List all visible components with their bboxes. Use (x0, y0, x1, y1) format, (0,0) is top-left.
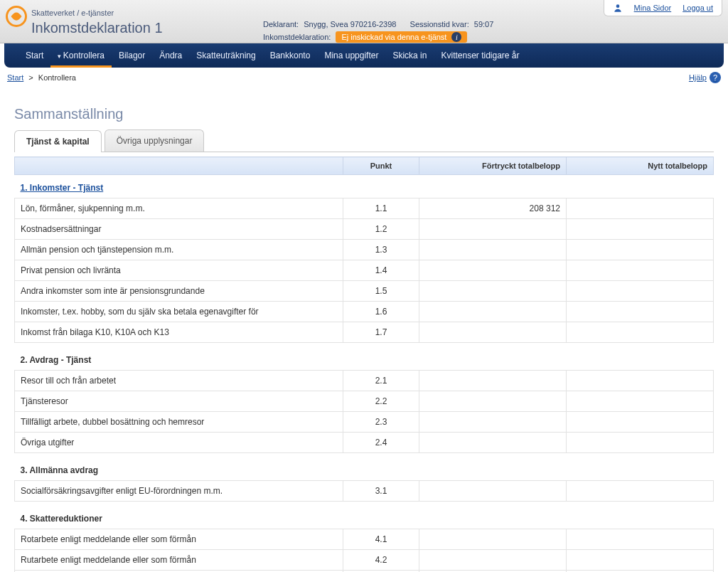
table-header-row: Punkt Förtryckt totalbelopp Nytt totalbe… (15, 157, 714, 175)
col-header-newtotal: Nytt totalbelopp (567, 157, 714, 175)
row-label: Allmän pension och tjänstepension m.m. (15, 240, 343, 260)
breadcrumb-row: Start > Kontrollera Hjälp ? (0, 68, 728, 88)
row-pretotal (419, 371, 567, 391)
submission-info: Inkomstdeklaration: Ej inskickad via den… (263, 31, 467, 43)
row-pretotal (419, 219, 567, 240)
nav-item-kontrollera[interactable]: Kontrollera (50, 43, 112, 68)
row-pretotal (419, 240, 567, 260)
page-title: Sammanställning (14, 106, 714, 122)
breadcrumb: Start > Kontrollera (7, 73, 76, 82)
breadcrumb-current: Kontrollera (38, 73, 76, 82)
submission-status-text: Ej inskickad via denna e-tjänst (341, 33, 446, 41)
table-row: Allmän pension och tjänstepension m.m.1.… (15, 240, 714, 260)
nav-item-skicka-in[interactable]: Skicka in (385, 43, 434, 68)
session-label: Sessionstid kvar: (410, 20, 469, 28)
table-row: Socialförsäkringsavgifter enligt EU-föro… (15, 481, 714, 502)
tab-tj-nst-kapital[interactable]: Tjänst & kapital (14, 130, 102, 152)
declarant-value: Snygg, Svea 970216-2398 (304, 20, 396, 28)
row-pretotal (419, 281, 567, 302)
breadcrumb-start[interactable]: Start (7, 73, 23, 82)
row-pretotal (419, 260, 567, 281)
row-punkt: 1.5 (343, 281, 419, 302)
row-punkt: 1.6 (343, 302, 419, 322)
row-label: Lön, förmåner, sjukpenning m.m. (15, 198, 343, 219)
table-row: Rotarbete enligt meddelande eller som fö… (15, 529, 714, 550)
nav-item-mina-uppgifter[interactable]: Mina uppgifter (317, 43, 385, 68)
section-link[interactable]: 1. Inkomster - Tjänst (21, 183, 104, 193)
row-newtotal (567, 529, 714, 550)
main-nav: StartKontrolleraBilagorÄndraSkatteuträkn… (4, 43, 724, 68)
section-header: 2. Avdrag - Tjänst (15, 343, 714, 371)
section-header: 1. Inkomster - Tjänst (15, 175, 714, 198)
table-row: Övriga utgifter2.4 (15, 433, 714, 453)
row-newtotal (567, 433, 714, 453)
row-label: Resor till och från arbetet (15, 371, 343, 391)
row-punkt: 2.1 (343, 371, 419, 391)
declarant-label: Deklarant: (263, 20, 299, 28)
row-punkt: 2.3 (343, 412, 419, 433)
submission-status-chip: Ej inskickad via denna e-tjänst i (336, 31, 467, 43)
row-pretotal (419, 433, 567, 453)
row-label: Privat pension och livränta (15, 260, 343, 281)
summary-table: Punkt Förtryckt totalbelopp Nytt totalbe… (14, 157, 714, 572)
row-punkt: 1.2 (343, 219, 419, 240)
session-value: 59:07 (474, 20, 494, 28)
row-newtotal (567, 550, 714, 571)
row-newtotal (567, 198, 714, 219)
row-pretotal (419, 550, 567, 571)
help-icon: ? (710, 72, 721, 83)
skatteverket-logo-icon (6, 6, 27, 27)
row-punkt: 2.4 (343, 433, 419, 453)
row-punkt: 1.1 (343, 198, 419, 219)
nav-item-bankkonto[interactable]: Bankkonto (263, 43, 318, 68)
agency-line: Skatteverket / e-tjänster (31, 9, 114, 17)
top-header: Skatteverket / e-tjänster Inkomstdeklara… (0, 0, 728, 43)
breadcrumb-sep: > (28, 73, 33, 82)
table-row: Inkomst från bilaga K10, K10A och K131.7 (15, 322, 714, 343)
col-header-punkt: Punkt (343, 157, 419, 175)
row-newtotal (567, 481, 714, 502)
nav-item-kvittenser-tidigare-år[interactable]: Kvittenser tidigare år (434, 43, 526, 68)
row-label: Tjänsteresor (15, 391, 343, 412)
help-label: Hjälp (689, 73, 707, 82)
row-pretotal (419, 302, 567, 322)
help-link[interactable]: Hjälp ? (689, 72, 721, 83)
table-row: Andra inkomster som inte är pensionsgrun… (15, 281, 714, 302)
row-newtotal (567, 371, 714, 391)
row-punkt: 2.2 (343, 391, 419, 412)
row-punkt: 1.3 (343, 240, 419, 260)
row-label: Inkomster, t.ex. hobby, som du själv ska… (15, 302, 343, 322)
table-row: Tillfälligt arbete, dubbel bosättning oc… (15, 412, 714, 433)
table-row: Inkomster, t.ex. hobby, som du själv ska… (15, 302, 714, 322)
row-newtotal (567, 219, 714, 240)
info-icon[interactable]: i (451, 32, 461, 42)
row-pretotal: 208 312 (419, 198, 567, 219)
row-label: Socialförsäkringsavgifter enligt EU-föro… (15, 481, 343, 502)
table-row: Lön, förmåner, sjukpenning m.m.1.1208 31… (15, 198, 714, 219)
row-label: Övriga utgifter (15, 433, 343, 453)
section-header: 4. Skattereduktioner (15, 502, 714, 529)
row-label: Kostnadsersättningar (15, 219, 343, 240)
mina-sidor-link[interactable]: Mina Sidor (634, 4, 672, 12)
content-area: Sammanställning Tjänst & kapitalÖvriga u… (0, 88, 728, 572)
nav-item-start[interactable]: Start (18, 43, 50, 68)
table-row: Privat pension och livränta1.4 (15, 260, 714, 281)
nav-item-ändra[interactable]: Ändra (152, 43, 189, 68)
tab--vriga-upplysningar[interactable]: Övriga upplysningar (105, 129, 205, 152)
section-header: 3. Allmänna avdrag (15, 453, 714, 481)
app-title: Inkomstdeklaration 1 (31, 20, 163, 36)
row-newtotal (567, 260, 714, 281)
row-pretotal (419, 322, 567, 343)
row-punkt: 3.1 (343, 481, 419, 502)
table-row: Kostnadsersättningar1.2 (15, 219, 714, 240)
row-newtotal (567, 240, 714, 260)
logout-link[interactable]: Logga ut (682, 4, 713, 12)
row-label: Rotarbete enligt meddelande eller som fö… (15, 529, 343, 550)
row-newtotal (567, 391, 714, 412)
row-pretotal (419, 481, 567, 502)
nav-item-skatteuträkning[interactable]: Skatteuträkning (189, 43, 262, 68)
row-punkt: 1.4 (343, 260, 419, 281)
submission-label: Inkomstdeklaration: (263, 33, 331, 41)
nav-item-bilagor[interactable]: Bilagor (112, 43, 152, 68)
tabs-row: Tjänst & kapitalÖvriga upplysningar (14, 129, 714, 152)
